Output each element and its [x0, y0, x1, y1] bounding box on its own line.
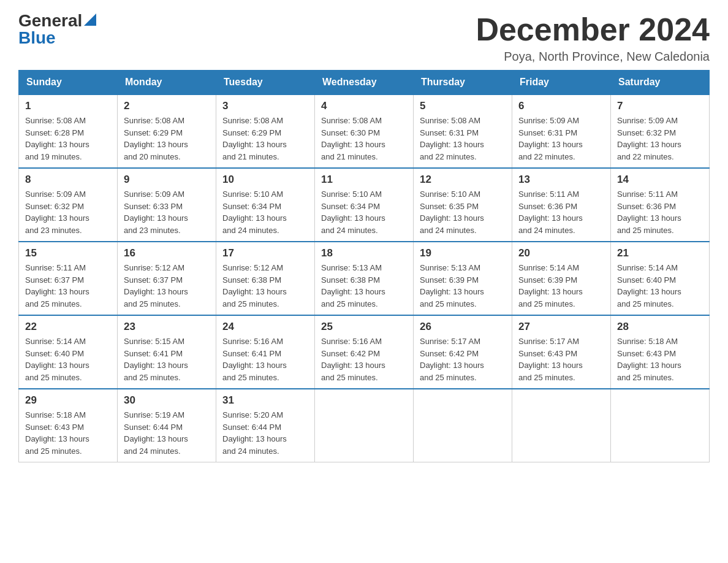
day-number: 12	[420, 174, 506, 186]
day-info: Sunrise: 5:18 AM Sunset: 6:43 PM Dayligh…	[617, 335, 703, 383]
day-info: Sunrise: 5:08 AM Sunset: 6:28 PM Dayligh…	[25, 115, 111, 163]
day-info: Sunrise: 5:09 AM Sunset: 6:32 PM Dayligh…	[25, 188, 111, 236]
svg-marker-0	[84, 13, 96, 26]
day-number: 10	[222, 174, 308, 186]
day-number: 17	[222, 247, 308, 259]
day-number: 24	[222, 321, 308, 333]
day-number: 18	[321, 247, 407, 259]
day-number: 11	[321, 174, 407, 186]
calendar-cell	[611, 389, 710, 462]
day-info: Sunrise: 5:13 AM Sunset: 6:39 PM Dayligh…	[420, 262, 506, 310]
day-info: Sunrise: 5:11 AM Sunset: 6:36 PM Dayligh…	[617, 188, 703, 236]
logo: General Blue	[18, 12, 96, 47]
day-number: 1	[25, 100, 111, 112]
calendar-week-row: 29 Sunrise: 5:18 AM Sunset: 6:43 PM Dayl…	[19, 389, 710, 462]
column-header-wednesday: Wednesday	[315, 71, 414, 95]
calendar-subtitle: Poya, North Province, New Caledonia	[476, 50, 710, 64]
day-number: 7	[617, 100, 703, 112]
day-info: Sunrise: 5:08 AM Sunset: 6:29 PM Dayligh…	[222, 115, 308, 163]
calendar-week-row: 22 Sunrise: 5:14 AM Sunset: 6:40 PM Dayl…	[19, 315, 710, 389]
calendar-header-row: SundayMondayTuesdayWednesdayThursdayFrid…	[19, 71, 710, 95]
calendar-cell: 29 Sunrise: 5:18 AM Sunset: 6:43 PM Dayl…	[19, 389, 118, 462]
calendar-week-row: 1 Sunrise: 5:08 AM Sunset: 6:28 PM Dayli…	[19, 94, 710, 168]
day-number: 20	[518, 247, 604, 259]
day-number: 15	[25, 247, 111, 259]
calendar-cell	[414, 389, 512, 462]
column-header-saturday: Saturday	[611, 71, 710, 95]
column-header-tuesday: Tuesday	[216, 71, 315, 95]
day-info: Sunrise: 5:08 AM Sunset: 6:30 PM Dayligh…	[321, 115, 407, 163]
calendar-cell: 13 Sunrise: 5:11 AM Sunset: 6:36 PM Dayl…	[512, 168, 611, 242]
day-info: Sunrise: 5:09 AM Sunset: 6:33 PM Dayligh…	[124, 188, 210, 236]
day-info: Sunrise: 5:15 AM Sunset: 6:41 PM Dayligh…	[124, 335, 210, 383]
calendar-cell: 20 Sunrise: 5:14 AM Sunset: 6:39 PM Dayl…	[512, 242, 611, 315]
calendar-cell: 25 Sunrise: 5:16 AM Sunset: 6:42 PM Dayl…	[315, 315, 414, 389]
day-info: Sunrise: 5:08 AM Sunset: 6:31 PM Dayligh…	[420, 115, 506, 163]
calendar-cell: 31 Sunrise: 5:20 AM Sunset: 6:44 PM Dayl…	[216, 389, 315, 462]
day-number: 29	[25, 394, 111, 407]
day-number: 23	[124, 321, 210, 333]
calendar-cell: 4 Sunrise: 5:08 AM Sunset: 6:30 PM Dayli…	[315, 94, 414, 168]
calendar-cell: 8 Sunrise: 5:09 AM Sunset: 6:32 PM Dayli…	[19, 168, 118, 242]
day-number: 9	[124, 174, 210, 186]
calendar-cell: 17 Sunrise: 5:12 AM Sunset: 6:38 PM Dayl…	[216, 242, 315, 315]
calendar-cell: 14 Sunrise: 5:11 AM Sunset: 6:36 PM Dayl…	[611, 168, 710, 242]
calendar-cell	[315, 389, 414, 462]
page-header: General Blue December 2024 Poya, North P…	[18, 12, 710, 64]
day-number: 8	[25, 174, 111, 186]
column-header-friday: Friday	[512, 71, 611, 95]
calendar-week-row: 8 Sunrise: 5:09 AM Sunset: 6:32 PM Dayli…	[19, 168, 710, 242]
day-number: 2	[124, 100, 210, 112]
day-info: Sunrise: 5:18 AM Sunset: 6:43 PM Dayligh…	[25, 409, 111, 457]
calendar-cell: 6 Sunrise: 5:09 AM Sunset: 6:31 PM Dayli…	[512, 94, 611, 168]
day-info: Sunrise: 5:11 AM Sunset: 6:36 PM Dayligh…	[518, 188, 604, 236]
calendar-cell: 27 Sunrise: 5:17 AM Sunset: 6:43 PM Dayl…	[512, 315, 611, 389]
day-info: Sunrise: 5:14 AM Sunset: 6:40 PM Dayligh…	[25, 335, 111, 383]
calendar-cell: 2 Sunrise: 5:08 AM Sunset: 6:29 PM Dayli…	[118, 94, 216, 168]
column-header-sunday: Sunday	[19, 71, 118, 95]
day-number: 19	[420, 247, 506, 259]
day-info: Sunrise: 5:16 AM Sunset: 6:42 PM Dayligh…	[321, 335, 407, 383]
calendar-cell: 30 Sunrise: 5:19 AM Sunset: 6:44 PM Dayl…	[118, 389, 216, 462]
day-info: Sunrise: 5:19 AM Sunset: 6:44 PM Dayligh…	[124, 409, 210, 457]
calendar-cell: 22 Sunrise: 5:14 AM Sunset: 6:40 PM Dayl…	[19, 315, 118, 389]
day-number: 28	[617, 321, 703, 333]
day-number: 30	[124, 394, 210, 407]
calendar-cell: 5 Sunrise: 5:08 AM Sunset: 6:31 PM Dayli…	[414, 94, 512, 168]
calendar-cell: 24 Sunrise: 5:16 AM Sunset: 6:41 PM Dayl…	[216, 315, 315, 389]
day-number: 16	[124, 247, 210, 259]
day-info: Sunrise: 5:12 AM Sunset: 6:38 PM Dayligh…	[222, 262, 308, 310]
day-info: Sunrise: 5:14 AM Sunset: 6:40 PM Dayligh…	[617, 262, 703, 310]
calendar-cell: 11 Sunrise: 5:10 AM Sunset: 6:34 PM Dayl…	[315, 168, 414, 242]
day-number: 3	[222, 100, 308, 112]
day-info: Sunrise: 5:16 AM Sunset: 6:41 PM Dayligh…	[222, 335, 308, 383]
day-info: Sunrise: 5:10 AM Sunset: 6:35 PM Dayligh…	[420, 188, 506, 236]
calendar-cell: 23 Sunrise: 5:15 AM Sunset: 6:41 PM Dayl…	[118, 315, 216, 389]
day-number: 14	[617, 174, 703, 186]
day-number: 25	[321, 321, 407, 333]
calendar-week-row: 15 Sunrise: 5:11 AM Sunset: 6:37 PM Dayl…	[19, 242, 710, 315]
calendar-cell	[512, 389, 611, 462]
title-block: December 2024 Poya, North Province, New …	[476, 12, 710, 64]
day-number: 26	[420, 321, 506, 333]
day-info: Sunrise: 5:10 AM Sunset: 6:34 PM Dayligh…	[321, 188, 407, 236]
calendar-cell: 16 Sunrise: 5:12 AM Sunset: 6:37 PM Dayl…	[118, 242, 216, 315]
day-info: Sunrise: 5:08 AM Sunset: 6:29 PM Dayligh…	[124, 115, 210, 163]
calendar-cell: 10 Sunrise: 5:10 AM Sunset: 6:34 PM Dayl…	[216, 168, 315, 242]
calendar-cell: 18 Sunrise: 5:13 AM Sunset: 6:38 PM Dayl…	[315, 242, 414, 315]
logo-general: General	[18, 12, 82, 29]
day-info: Sunrise: 5:14 AM Sunset: 6:39 PM Dayligh…	[518, 262, 604, 310]
day-info: Sunrise: 5:09 AM Sunset: 6:31 PM Dayligh…	[518, 115, 604, 163]
calendar-cell: 7 Sunrise: 5:09 AM Sunset: 6:32 PM Dayli…	[611, 94, 710, 168]
logo-triangle-icon	[84, 13, 96, 26]
day-number: 4	[321, 100, 407, 112]
logo-blue: Blue	[18, 29, 56, 47]
calendar-cell: 1 Sunrise: 5:08 AM Sunset: 6:28 PM Dayli…	[19, 94, 118, 168]
calendar-cell: 15 Sunrise: 5:11 AM Sunset: 6:37 PM Dayl…	[19, 242, 118, 315]
day-number: 31	[222, 394, 308, 407]
calendar-cell: 21 Sunrise: 5:14 AM Sunset: 6:40 PM Dayl…	[611, 242, 710, 315]
day-info: Sunrise: 5:17 AM Sunset: 6:42 PM Dayligh…	[420, 335, 506, 383]
calendar-cell: 3 Sunrise: 5:08 AM Sunset: 6:29 PM Dayli…	[216, 94, 315, 168]
calendar-cell: 28 Sunrise: 5:18 AM Sunset: 6:43 PM Dayl…	[611, 315, 710, 389]
calendar-cell: 12 Sunrise: 5:10 AM Sunset: 6:35 PM Dayl…	[414, 168, 512, 242]
